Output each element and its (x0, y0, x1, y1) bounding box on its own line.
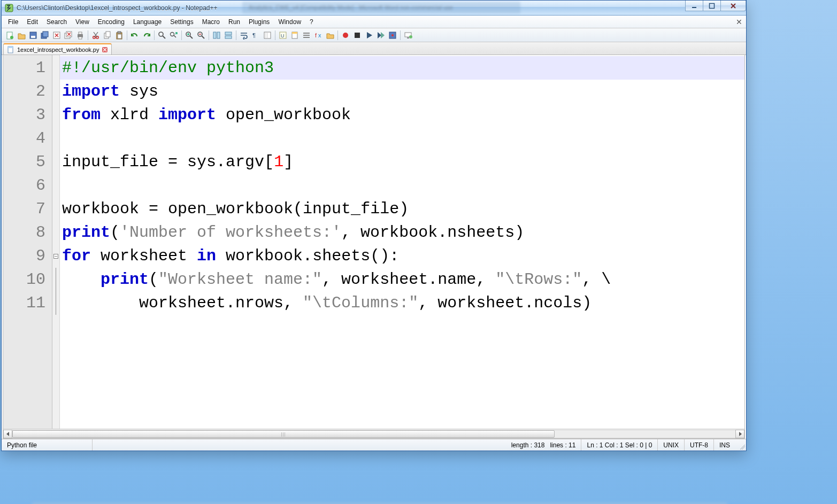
toolbar-record-button[interactable] (340, 30, 351, 41)
titlebar[interactable]: C:\Users\Clinton\Desktop\1excel_introspe… (2, 1, 746, 15)
token-id: sys (120, 82, 158, 100)
window-title: C:\Users\Clinton\Desktop\1excel_introspe… (17, 4, 218, 12)
svg-text:¶: ¶ (252, 32, 256, 38)
menu-settings[interactable]: Settings (166, 15, 197, 28)
toolbar-folder-button[interactable] (325, 30, 335, 41)
code-line[interactable]: workbook = open_workbook(input_file) (60, 197, 744, 221)
toolbar-lang-ud-button[interactable]: U (278, 30, 288, 41)
toolbar-undo-button[interactable] (129, 30, 140, 41)
file-tab[interactable]: 1excel_introspect_workbook.py (3, 43, 112, 55)
svg-rect-1 (692, 7, 696, 8)
status-lines-label: lines : 11 (550, 441, 575, 449)
toolbar-close-button[interactable] (51, 30, 62, 41)
toolbar-separator (88, 30, 88, 40)
menu-encoding[interactable]: Encoding (94, 15, 129, 28)
toolbar-separator (209, 30, 209, 40)
toolbar-save-macro-button[interactable] (387, 30, 398, 41)
toolbar-doc-map-button[interactable] (289, 30, 300, 41)
toolbar-paste-button[interactable] (114, 30, 125, 41)
code-line[interactable]: worksheet.nrows, "\tColumns:", worksheet… (60, 291, 744, 315)
token-op: ] (283, 153, 293, 171)
code-line[interactable]: for worksheet in workbook.sheets(): (60, 244, 744, 268)
toolbar-redo-button[interactable] (141, 30, 152, 41)
menu-plugins[interactable]: Plugins (244, 15, 274, 28)
token-id: nrows (235, 294, 283, 312)
menu-[interactable]: ? (305, 15, 318, 28)
status-eol: UNIX (658, 439, 685, 451)
toolbar-new-button[interactable] (4, 30, 15, 41)
code-area[interactable]: #!/usr/bin/env python3import sysfrom xlr… (60, 55, 744, 429)
toolbar-close-all-button[interactable] (63, 30, 74, 41)
svg-rect-27 (217, 32, 220, 38)
toolbar-wrap-button[interactable] (239, 30, 249, 41)
code-line[interactable] (60, 127, 744, 150)
minimize-button[interactable] (685, 1, 703, 11)
toolbar-func-list-button[interactable]: fx (313, 30, 324, 41)
toolbar-separator (127, 30, 127, 40)
menu-search[interactable]: Search (42, 15, 71, 28)
fold-row (52, 150, 59, 174)
toolbar-play-multi-button[interactable] (375, 30, 386, 41)
toolbar-sync-v-button[interactable] (211, 30, 222, 41)
token-op: , (283, 294, 303, 312)
line-number-gutter: 1234567891011 (3, 55, 52, 429)
toolbar-print-button[interactable] (75, 30, 86, 41)
fold-toggle-icon[interactable] (53, 254, 58, 259)
menu-language[interactable]: Language (129, 15, 166, 28)
code-line[interactable]: from xlrd import open_workbook (60, 103, 744, 127)
token-op: . (303, 247, 312, 265)
code-line[interactable]: input_file = sys.argv[1] (60, 150, 744, 174)
menu-edit[interactable]: Edit (22, 15, 42, 28)
code-line[interactable] (60, 174, 744, 197)
toolbar-play-button[interactable] (364, 30, 374, 41)
toolbar-copy-button[interactable] (102, 30, 113, 41)
menu-window[interactable]: Window (274, 15, 305, 28)
scroll-left-button[interactable] (3, 430, 12, 438)
svg-rect-36 (303, 33, 310, 34)
toolbar-zoom-out-button[interactable] (196, 30, 206, 41)
maximize-button[interactable] (703, 1, 721, 11)
token-str: "Worksheet name:" (158, 270, 322, 289)
scroll-thumb[interactable] (12, 430, 555, 438)
menu-run[interactable]: Run (224, 15, 244, 28)
toolbar-cut-button[interactable] (90, 30, 101, 41)
resize-grip-icon[interactable] (736, 441, 745, 449)
toolbar-open-button[interactable] (16, 30, 27, 41)
toolbar-all-chars-button[interactable]: ¶ (250, 30, 261, 41)
line-number: 5 (3, 150, 45, 174)
toolbar-find-button[interactable] (157, 30, 167, 41)
fold-row (52, 244, 59, 268)
toolbar-stop-button[interactable] (352, 30, 363, 41)
toolbar-save-all-button[interactable] (40, 30, 50, 41)
line-number: 9 (3, 244, 45, 268)
code-line[interactable]: import sys (60, 80, 744, 103)
toolbar-save-button[interactable] (28, 30, 39, 41)
fold-row (52, 80, 59, 103)
code-line[interactable]: print('Number of worksheets:', workbook.… (60, 221, 744, 244)
scroll-track[interactable] (12, 430, 735, 438)
token-kw: for (62, 247, 91, 265)
token-cm: #!/usr/bin/env python3 (62, 59, 274, 77)
code-line[interactable]: print("Worksheet name:", worksheet.name,… (60, 268, 744, 291)
app-window: C:\Users\Clinton\Desktop\1excel_introspe… (1, 0, 747, 451)
toolbar-monitor-button[interactable] (403, 30, 413, 41)
token-str: "\tRows:" (495, 270, 582, 289)
toolbar-indent-guide-button[interactable] (262, 30, 273, 41)
code-line[interactable]: #!/usr/bin/env python3 (60, 56, 744, 80)
scroll-right-button[interactable] (735, 430, 744, 438)
svg-rect-2 (710, 3, 715, 8)
svg-rect-38 (303, 37, 310, 38)
toolbar-zoom-in-button[interactable] (184, 30, 195, 41)
menu-file[interactable]: File (4, 15, 22, 28)
toolbar-replace-button[interactable] (168, 30, 179, 41)
horizontal-scrollbar[interactable] (3, 429, 744, 438)
toolbar-doc-list-button[interactable] (301, 30, 312, 41)
close-button[interactable] (720, 1, 746, 11)
menu-view[interactable]: View (71, 15, 94, 28)
toolbar-sync-h-button[interactable] (223, 30, 234, 41)
document-close-icon[interactable]: ✕ (735, 18, 743, 26)
tab-close-icon[interactable] (102, 46, 108, 53)
toolbar: ¶Ufx (2, 28, 746, 42)
editor[interactable]: 1234567891011 #!/usr/bin/env python3impo… (3, 55, 744, 429)
menu-macro[interactable]: Macro (198, 15, 224, 28)
